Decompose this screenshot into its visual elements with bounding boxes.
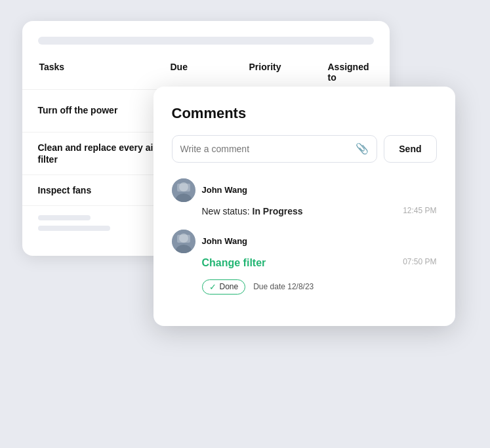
task-name: Inspect fans (38, 184, 169, 196)
tasks-table: Tasks Due Priority Assigned to (22, 60, 390, 89)
placeholder-bar (38, 215, 91, 220)
send-button[interactable]: Send (384, 135, 436, 163)
done-badge[interactable]: ✓ Done (202, 279, 246, 295)
col-due: Due (171, 62, 249, 83)
col-assigned: Assigned to (328, 62, 373, 83)
attachment-icon[interactable]: 📎 (356, 142, 369, 155)
task-name: Turn off the power (38, 104, 169, 116)
comment-body: Change filter 07:50 PM ✓ Done Due date 1… (172, 257, 437, 295)
action-title: Change filter (202, 257, 266, 269)
comment-user: John Wang (202, 236, 248, 246)
comment-item: John Wang Change filter 07:50 PM ✓ Done … (172, 230, 437, 295)
comment-text: New status: In Progress (202, 206, 303, 216)
col-priority: Priority (249, 62, 328, 83)
comments-card: Comments 📎 Send John Wang (153, 87, 455, 326)
due-date-text: Due date 12/8/23 (253, 282, 314, 291)
comment-bold: In Progress (253, 206, 303, 216)
avatar (172, 178, 195, 202)
comment-item: John Wang New status: In Progress 12:45 … (172, 178, 437, 216)
comment-time: 12:45 PM (403, 206, 436, 215)
col-tasks: Tasks (39, 62, 171, 83)
comment-input[interactable] (180, 136, 356, 162)
avatar (172, 230, 195, 253)
comment-input-row: 📎 Send (172, 135, 437, 163)
comment-header: John Wang (172, 178, 437, 202)
comment-user: John Wang (202, 185, 248, 195)
comments-title: Comments (172, 105, 437, 122)
comment-footer: ✓ Done Due date 12/8/23 (202, 279, 437, 295)
task-name: Clean and replace every air filter (38, 142, 169, 165)
svg-rect-10 (177, 184, 190, 192)
comment-input-wrap[interactable]: 📎 (172, 135, 378, 163)
comment-header: John Wang (172, 230, 437, 253)
comment-body: New status: In Progress 12:45 PM (172, 206, 437, 216)
done-label: Done (220, 282, 239, 291)
check-icon: ✓ (209, 282, 216, 292)
search-bar (38, 37, 374, 45)
svg-rect-14 (177, 235, 190, 243)
placeholder-bar (38, 226, 110, 231)
comment-time: 07:50 PM (403, 257, 436, 266)
